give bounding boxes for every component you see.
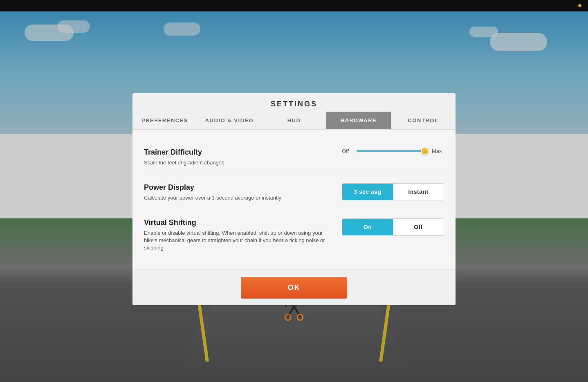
slider-max-label: Max xyxy=(432,148,444,154)
settings-content: Trainer Difficulty Scale the feel of gra… xyxy=(132,130,456,270)
setting-trainer-difficulty: Trainer Difficulty Scale the feel of gra… xyxy=(144,140,444,175)
slider-track[interactable] xyxy=(357,150,429,152)
ok-button[interactable]: OK xyxy=(241,277,347,299)
power-3sec-button[interactable]: 3 sec avg xyxy=(342,184,393,200)
slider-min-label: Off xyxy=(342,148,353,154)
tab-preferences[interactable]: PREFERENCES xyxy=(132,112,197,129)
tabs-container: PREFERENCES AUDIO & VIDEO HUD HARDWARE C… xyxy=(132,112,456,130)
virtual-shifting-title: Virtual Shifting xyxy=(144,218,332,227)
virtual-shifting-off-button[interactable]: Off xyxy=(393,219,444,235)
trainer-difficulty-title: Trainer Difficulty xyxy=(144,148,332,157)
setting-info-virtual: Virtual Shifting Enable or disable virtu… xyxy=(144,218,332,252)
modal-overlay: SETTINGS PREFERENCES AUDIO & VIDEO HUD H… xyxy=(0,0,588,382)
virtual-shifting-control: On Off xyxy=(342,218,444,236)
power-display-title: Power Display xyxy=(144,183,332,192)
tab-hardware[interactable]: HARDWARE xyxy=(326,112,391,129)
setting-info-power: Power Display Calculate your power over … xyxy=(144,183,332,202)
slider-thumb[interactable] xyxy=(421,147,429,155)
tab-audio-video[interactable]: AUDIO & VIDEO xyxy=(197,112,262,129)
trainer-difficulty-control: Off Max xyxy=(342,148,444,154)
virtual-shifting-toggle: On Off xyxy=(342,218,444,236)
virtual-shifting-desc: Enable or disable virtual shifting. When… xyxy=(144,229,332,252)
modal-title: SETTINGS xyxy=(132,93,456,108)
settings-modal: SETTINGS PREFERENCES AUDIO & VIDEO HUD H… xyxy=(132,93,456,306)
setting-power-display: Power Display Calculate your power over … xyxy=(144,175,444,210)
trainer-difficulty-desc: Scale the feel of gradient changes xyxy=(144,159,332,166)
power-display-control: 3 sec avg Instant xyxy=(342,183,444,200)
slider-fill xyxy=(357,150,425,152)
modal-footer: OK xyxy=(132,270,456,305)
tab-control[interactable]: CONTROL xyxy=(391,112,456,129)
trainer-slider-container[interactable]: Off Max xyxy=(342,148,444,154)
setting-info-trainer: Trainer Difficulty Scale the feel of gra… xyxy=(144,148,332,166)
power-display-toggle: 3 sec avg Instant xyxy=(342,183,444,200)
power-instant-button[interactable]: Instant xyxy=(393,184,444,200)
setting-virtual-shifting: Virtual Shifting Enable or disable virtu… xyxy=(144,210,444,260)
power-display-desc: Calculate your power over a 3-second ave… xyxy=(144,194,332,202)
tab-hud[interactable]: HUD xyxy=(262,112,326,129)
virtual-shifting-on-button[interactable]: On xyxy=(342,219,393,235)
